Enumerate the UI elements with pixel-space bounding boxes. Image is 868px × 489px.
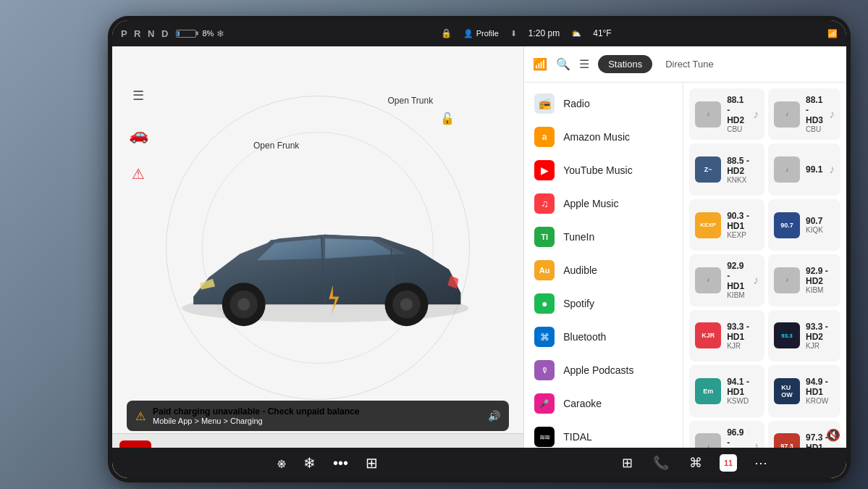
station-92-9-hd2[interactable]: ♪ 92.9 - HD2 KIBM — [768, 254, 840, 306]
note-icon: ♪ — [753, 108, 759, 121]
person-icon[interactable]: ⚠ — [125, 161, 151, 187]
station-logo-93-3-hd2: 93.3 — [774, 322, 800, 348]
station-93-3-hd1[interactable]: KJR 93.3 - HD1 KJR — [689, 310, 764, 361]
station-call: KIBM — [806, 286, 835, 294]
station-94-9-hd1[interactable]: KUOW 94.9 - HD1 KROW — [768, 365, 840, 417]
right-panel: 📶 🔍 ☰ Stations Direct Tune 📻 Radio — [523, 46, 846, 478]
station-logo-kuow: KUOW — [774, 378, 800, 404]
media-icon[interactable]: ⊞ — [366, 454, 378, 472]
tab-stations[interactable]: Stations — [598, 55, 652, 73]
station-info-88-5-hd2: 88.5 - HD2 KNKX — [727, 156, 759, 184]
notification-title: Paid charging unavailable - Check unpaid… — [153, 406, 359, 417]
station-info-99-1: 99.1 — [806, 164, 823, 175]
source-podcasts[interactable]: 🎙 Apple Podcasts — [524, 354, 683, 387]
time-display: 1:20 pm — [528, 28, 560, 38]
station-88-1-hd2[interactable]: ♪ 88.1 - HD2 CBU ♪ — [689, 88, 764, 140]
warning-icon: ⚠ — [135, 409, 146, 423]
station-freq: 88.5 - HD2 — [727, 156, 759, 176]
station-logo-88-1-hd2: ♪ — [695, 101, 721, 128]
station-93-3-hd2[interactable]: 93.3 93.3 - HD2 KJR — [768, 310, 840, 361]
prnd-n: N — [148, 28, 156, 39]
station-freq: 99.1 — [806, 164, 823, 175]
source-caraoke[interactable]: 🎤 Caraoke — [524, 387, 683, 420]
audible-icon: Au — [534, 260, 555, 280]
source-bluetooth[interactable]: ⌘ Bluetooth — [524, 320, 683, 354]
open-trunk-label[interactable]: Open Trunk — [387, 96, 433, 107]
calendar-icon[interactable]: 11 — [720, 454, 737, 472]
notification-content: Paid charging unavailable - Check unpaid… — [153, 406, 359, 425]
station-freq: 94.1 - HD1 — [727, 377, 759, 397]
radio-icon: 📻 — [534, 93, 555, 114]
source-apple[interactable]: ♫ Apple Music — [524, 187, 683, 220]
station-88-1-hd3[interactable]: ♪ 88.1 - HD3 CBU ♪ — [768, 88, 840, 140]
prnd-display: P R N D — [121, 28, 170, 39]
station-freq: 90.3 - HD1 — [727, 211, 759, 231]
car-svg — [170, 119, 480, 420]
station-94-1-hd1[interactable]: Em 94.1 - HD1 KSWD — [689, 365, 764, 417]
volume-mute-icon[interactable]: 🔇 — [826, 428, 840, 442]
station-freq: 88.1 - HD2 — [727, 95, 747, 125]
car-image — [170, 119, 480, 420]
car-icon[interactable]: 🚗 — [125, 122, 151, 148]
apps-icon[interactable]: ⊞ — [619, 452, 636, 474]
station-info-90-3: 90.3 - HD1 KEXP — [727, 211, 759, 239]
station-call: CBU — [806, 125, 823, 133]
battery-fill — [177, 31, 179, 36]
station-call: KNKX — [727, 176, 759, 184]
station-88-5-hd2[interactable]: Z~ 88.5 - HD2 KNKX — [689, 143, 764, 195]
station-call: KIQK — [806, 226, 835, 234]
battery-percent: 8% ❄ — [202, 28, 224, 39]
status-center: 🔒 👤 Profile ⬇ 1:20 pm ⛅ 41°F — [224, 28, 827, 38]
station-info-93-3-hd2: 93.3 - HD2 KJR — [806, 322, 835, 350]
podcasts-icon: 🎙 — [534, 360, 555, 380]
station-freq: 93.3 - HD1 — [727, 322, 759, 342]
station-90-3[interactable]: KEXP 90.3 - HD1 KEXP — [689, 199, 764, 251]
station-info-88-1-hd2: 88.1 - HD2 CBU — [727, 95, 747, 133]
status-right: 📶 — [827, 29, 838, 38]
note-icon: ♪ — [753, 274, 759, 287]
profile-status[interactable]: 👤 Profile — [463, 29, 499, 38]
source-apple-label: Apple Music — [563, 198, 618, 209]
source-radio[interactable]: 📻 Radio — [524, 87, 683, 120]
bluetooth-taskbar-icon[interactable]: ⌘ — [686, 452, 705, 474]
menu-header-icon[interactable]: ☰ — [579, 57, 589, 71]
climate-icon[interactable]: ❄ — [303, 454, 316, 472]
more-options-icon[interactable]: ••• — [333, 455, 348, 472]
station-90-7[interactable]: 90.7 90.7 KIQK — [768, 199, 840, 251]
source-amazon[interactable]: a Amazon Music — [524, 120, 683, 154]
steering-wheel-icon[interactable]: ⎈ — [277, 455, 286, 472]
source-spotify[interactable]: ● Spotify — [524, 287, 683, 320]
station-99-1[interactable]: ♪ 99.1 ♪ — [768, 143, 840, 195]
source-audible[interactable]: Au Audible — [524, 254, 683, 287]
source-youtube-label: YouTube Music — [563, 164, 632, 176]
station-info-94-1-hd1: 94.1 - HD1 KSWD — [727, 377, 759, 405]
amazon-icon: a — [534, 127, 555, 147]
source-tidal-label: TIDAL — [563, 431, 592, 443]
spotify-icon: ● — [534, 293, 555, 314]
source-tunein[interactable]: TI TuneIn — [524, 220, 683, 254]
temperature-display: 41°F — [593, 28, 611, 38]
main-area: ☰ 🚗 ⚠ Open Frunk Open Trunk 🔓 — [112, 46, 846, 478]
station-call: CBU — [727, 125, 747, 133]
caraoke-icon: 🎤 — [534, 393, 555, 414]
station-92-9-hd1[interactable]: ♪ 92.9 - HD1 KIBM ♪ — [689, 254, 764, 306]
station-logo-92-9-hd2: ♪ — [774, 267, 800, 293]
more-icon[interactable]: ⋯ — [751, 452, 770, 474]
apple-music-icon: ♫ — [534, 193, 555, 214]
tesla-screen: P R N D 8% ❄ 🔒 👤 Profile ⬇ — [112, 20, 846, 478]
station-freq: 93.3 - HD2 — [806, 322, 835, 342]
station-info-88-1-hd3: 88.1 - HD3 CBU — [806, 95, 823, 133]
charging-notification: ⚠ Paid charging unavailable - Check unpa… — [127, 401, 509, 431]
prnd-p: P — [121, 28, 129, 39]
left-panel: ☰ 🚗 ⚠ Open Frunk Open Trunk 🔓 — [112, 46, 523, 478]
search-icon[interactable]: 🔍 — [556, 57, 570, 71]
tab-direct-tune[interactable]: Direct Tune — [655, 55, 723, 73]
phone-icon[interactable]: 📞 — [650, 452, 672, 474]
source-youtube[interactable]: ▶ YouTube Music — [524, 154, 683, 187]
sound-icon[interactable]: 🔊 — [488, 410, 500, 422]
station-call: KSWD — [727, 397, 759, 405]
status-left: P R N D 8% ❄ — [121, 28, 224, 39]
source-audible-label: Audible — [563, 264, 597, 276]
station-call: KIBM — [727, 291, 747, 299]
menu-icon[interactable]: ☰ — [125, 83, 151, 109]
